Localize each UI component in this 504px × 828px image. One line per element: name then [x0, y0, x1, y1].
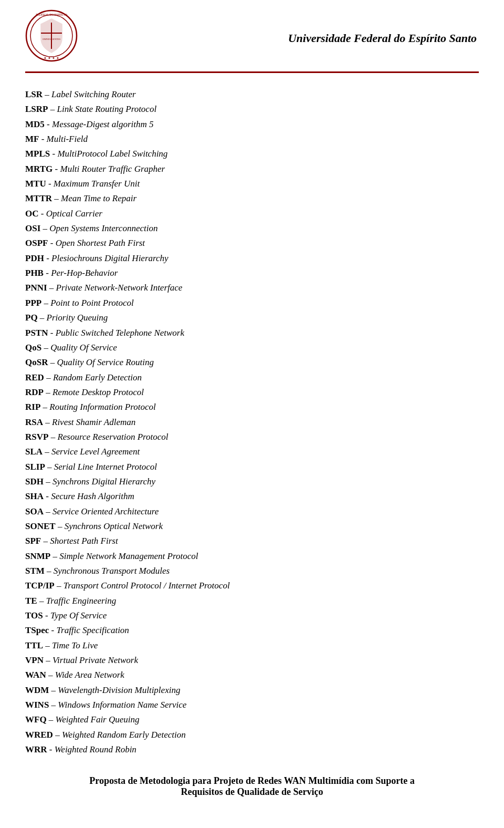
list-item: WFQ – Weighted Fair Queuing — [25, 713, 479, 727]
separator: – — [45, 566, 54, 576]
list-item: TOS - Type Of Service — [25, 609, 479, 623]
definition: Transport Control Protocol / Internet Pr… — [64, 581, 230, 591]
separator: – — [41, 298, 50, 308]
definition: Windows Information Name Service — [58, 700, 186, 710]
abbreviations-list: LSR – Label Switching RouterLSRP – Link … — [25, 88, 479, 757]
definition: MultiProtocol Label Switching — [57, 149, 167, 159]
footer: Proposta de Metodologia para Projeto de … — [25, 775, 479, 798]
list-item: PPP – Point to Point Protocol — [25, 296, 479, 310]
abbreviation: PPP — [25, 298, 41, 308]
abbreviation: WRED — [25, 730, 53, 740]
list-item: SNMP – Simple Network Management Protoco… — [25, 550, 479, 563]
definition: Traffic Specification — [57, 625, 129, 635]
abbreviation: PDH — [25, 253, 44, 263]
separator: – — [40, 223, 49, 233]
definition: Multi Router Traffic Grapher — [60, 164, 165, 174]
university-logo: ✦ ✦ ✦ ✦ FEDERAL DO ESPÍRITO OMNES GENTES — [25, 9, 83, 67]
definition: Priority Queuing — [47, 313, 108, 323]
svg-text:OMNES GENTES: OMNES GENTES — [43, 38, 61, 40]
abbreviation: RSVP — [25, 432, 48, 442]
separator: – — [43, 640, 52, 650]
abbreviation: PNNI — [25, 283, 47, 293]
abbreviation: TOS — [25, 610, 43, 620]
footer-line2: Requisitos de Qualidade de Serviço — [25, 786, 479, 798]
separator: - — [43, 610, 50, 620]
abbreviation: PSTN — [25, 328, 48, 338]
definition: Mean Time to Repair — [61, 193, 136, 203]
abbreviation: WINS — [25, 700, 49, 710]
list-item: SDH – Synchrons Digital Hierarchy — [25, 475, 479, 489]
list-item: TCP/IP – Transport Control Protocol / In… — [25, 579, 479, 593]
definition: Optical Carrier — [46, 209, 102, 219]
abbreviation: WAN — [25, 670, 46, 680]
separator: – — [48, 432, 57, 442]
list-item: SLA – Service Level Agreement — [25, 445, 479, 459]
abbreviation: VPN — [25, 655, 44, 665]
definition: Weighted Random Early Detection — [62, 730, 186, 740]
definition: Virtual Private Network — [52, 655, 138, 665]
abbreviation: PQ — [25, 313, 38, 323]
separator: – — [43, 447, 51, 457]
abbreviation: TCP/IP — [25, 581, 55, 591]
abbreviation: SLA — [25, 447, 43, 457]
separator: - — [45, 119, 52, 129]
list-item: SLIP – Serial Line Internet Protocol — [25, 460, 479, 474]
separator: – — [38, 313, 47, 323]
abbreviation: SPF — [25, 536, 41, 546]
list-item: TSpec - Traffic Specification — [25, 624, 479, 637]
separator: – — [50, 551, 59, 561]
list-item: WDM – Wavelength-Division Multiplexing — [25, 684, 479, 697]
abbreviation: SOA — [25, 506, 44, 516]
abbreviation: TSpec — [25, 625, 49, 635]
definition: Private Network-Network Interface — [56, 283, 183, 293]
list-item: WAN – Wide Area Network — [25, 668, 479, 682]
page: ✦ ✦ ✦ ✦ FEDERAL DO ESPÍRITO OMNES GENTES… — [0, 0, 504, 828]
list-item: MPLS - MultiProtocol Label Switching — [25, 147, 479, 161]
separator: – — [55, 581, 64, 591]
separator: - — [48, 328, 55, 338]
abbreviation: MRTG — [25, 164, 52, 174]
definition: Type Of Service — [50, 610, 107, 620]
definition: Synchrons Optical Network — [65, 521, 163, 531]
abbreviation: RIP — [25, 402, 40, 412]
abbreviation: RSA — [25, 417, 43, 427]
separator: - — [44, 253, 51, 263]
definition: Service Oriented Architecture — [52, 506, 159, 516]
definition: Open Shortest Path First — [56, 238, 145, 248]
separator: – — [48, 104, 57, 114]
abbreviation: MPLS — [25, 149, 50, 159]
abbreviation: MTTR — [25, 193, 52, 203]
list-item: LSR – Label Switching Router — [25, 88, 479, 101]
abbreviation: LSR — [25, 89, 43, 99]
separator: - — [52, 164, 60, 174]
separator: – — [43, 417, 52, 427]
definition: Quality Of Service — [50, 343, 117, 353]
list-item: TE – Traffic Engineering — [25, 594, 479, 608]
abbreviation: WDM — [25, 685, 49, 695]
abbreviation: SDH — [25, 477, 44, 487]
abbreviation: SHA — [25, 491, 44, 501]
abbreviation: MTU — [25, 179, 46, 189]
separator: – — [44, 387, 52, 397]
separator: – — [41, 536, 50, 546]
definition: Random Early Detection — [53, 372, 142, 382]
separator: – — [40, 402, 49, 412]
svg-text:FEDERAL DO ESPÍRITO: FEDERAL DO ESPÍRITO — [36, 13, 67, 16]
separator: – — [52, 193, 61, 203]
separator: – — [44, 477, 52, 487]
definition: Service Level Agreement — [51, 447, 140, 457]
list-item: WRR - Weighted Round Robin — [25, 743, 479, 757]
list-item: RED – Random Early Detection — [25, 371, 479, 385]
list-item: PSTN - Public Switched Telephone Network — [25, 326, 479, 340]
abbreviation: PHB — [25, 268, 44, 278]
definition: Wavelength-Division Multiplexing — [58, 685, 180, 695]
list-item: OSPF - Open Shortest Path First — [25, 236, 479, 250]
definition: Serial Line Internet Protocol — [54, 462, 157, 472]
definition: Link State Routing Protocol — [57, 104, 156, 114]
list-item: RIP – Routing Information Protocol — [25, 400, 479, 414]
list-item: QoS – Quality Of Service — [25, 341, 479, 355]
separator: – — [44, 372, 53, 382]
separator: - — [49, 625, 56, 635]
definition: Open Systems Interconnection — [49, 223, 158, 233]
list-item: PDH - Plesiochrouns Digital Hierarchy — [25, 252, 479, 265]
